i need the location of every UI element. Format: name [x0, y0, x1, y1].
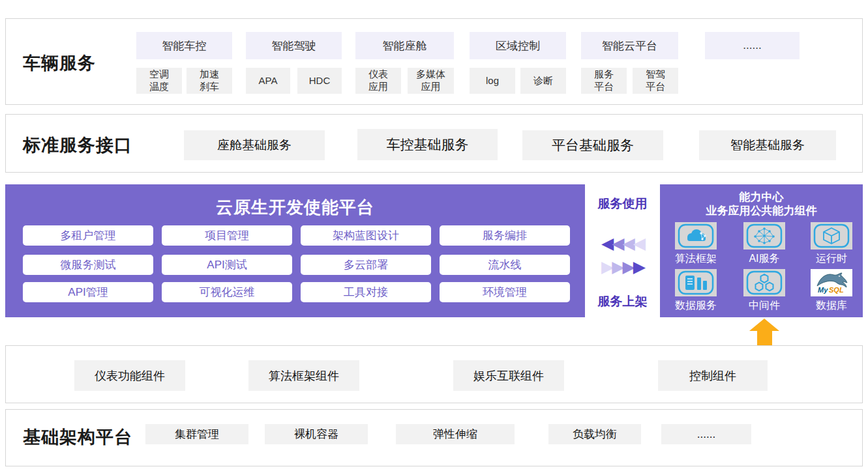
platform-btn-blueprint-design: 架构蓝图设计: [301, 225, 431, 246]
component-item-entertainment: 娱乐互联组件: [453, 360, 564, 391]
platform-btn-project-mgmt: 项目管理: [162, 225, 292, 246]
up-arrow-icon: [749, 319, 779, 331]
infrastructure-section: 基础架构平台 集群管理 裸机容器 弹性伸缩 负载均衡 ......: [5, 409, 863, 466]
sub-item-ac-temp: 空调 温度: [136, 68, 182, 94]
group-header-smart-vehicle-control: 智能车控: [136, 32, 232, 59]
platform-btn-microservice-test: 微服务测试: [23, 255, 153, 275]
sub-item-accel-brake: 加速 刹车: [187, 68, 232, 94]
service-publish-arrows: ▶▶▶▶: [585, 258, 660, 275]
platform-btn-multi-tenant: 多租户管理: [23, 225, 153, 246]
capability-label-middleware: 中间件: [730, 299, 798, 313]
platform-btn-env-mgmt: 环境管理: [440, 282, 570, 302]
group-header-zone-control: 区域控制: [470, 32, 566, 59]
vehicle-services-title: 车辆服务: [23, 51, 96, 75]
capability-center-title-line2: 业务应用公共能力组件: [660, 203, 863, 218]
standard-interface-section: 标准服务接口 座舱基础服务 车控基础服务 平台基础服务 智能基础服务: [5, 114, 863, 173]
sub-item-multimedia-app: 多媒体 应用: [408, 68, 454, 94]
architecture-diagram: 车辆服务 智能车控 空调 温度 加速 刹车 智能驾驶 APA HDC 智能座舱 …: [0, 0, 868, 471]
infra-item-cluster-mgmt: 集群管理: [145, 424, 248, 444]
data-service-icon: [675, 269, 717, 296]
group-header-smart-driving: 智能驾驶: [246, 32, 342, 59]
algorithm-framework-icon: [675, 222, 717, 250]
cloud-native-platform-title: 云原生开发使能平台: [5, 196, 585, 219]
runtime-icon: [811, 222, 852, 250]
group-header-smart-cockpit: 智能座舱: [355, 32, 454, 59]
sub-item-hdc: HDC: [297, 68, 342, 94]
standard-interface-title: 标准服务接口: [23, 134, 132, 157]
infrastructure-title: 基础架构平台: [23, 425, 132, 449]
right-arrow-icon: ▶: [612, 257, 622, 276]
capability-label-data-service: 数据服务: [662, 299, 730, 313]
right-arrow-icon: ▶: [601, 257, 612, 276]
mysql-logo-text-sql: SQL: [829, 286, 844, 294]
infra-item-load-balancing: 负载均衡: [548, 424, 641, 444]
sub-item-instrument-app: 仪表 应用: [355, 68, 401, 94]
right-arrow-icon: ▶: [623, 257, 633, 276]
mysql-logo-text-my: My: [818, 286, 828, 294]
component-item-control: 控制组件: [658, 360, 768, 391]
infra-item-baremetal-container: 裸机容器: [265, 424, 368, 444]
right-arrow-icon: ▶: [633, 257, 644, 276]
left-arrow-icon: ◀: [633, 234, 644, 252]
component-item-algorithm-framework: 算法框架组件: [248, 360, 359, 391]
interface-item-cockpit-basic: 座舱基础服务: [184, 130, 325, 160]
up-arrow-shaft: [757, 330, 772, 345]
group-header-smart-cloud-platform: 智能云平台: [581, 32, 678, 59]
sub-item-smart-drive-platform: 智驾 平台: [633, 68, 678, 94]
sub-item-log: log: [470, 68, 515, 94]
sub-item-apa: APA: [246, 68, 290, 94]
left-arrow-icon: ◀: [601, 234, 612, 252]
platform-btn-api-test: API测试: [162, 255, 292, 275]
components-section: 仪表功能组件 算法框架组件 娱乐互联组件 控制组件: [5, 345, 863, 403]
service-use-arrows: ◀◀◀◀: [585, 235, 660, 251]
platform-btn-service-orchestration: 服务编排: [440, 225, 570, 246]
capability-label-algorithm-framework: 算法框架: [662, 252, 730, 266]
infra-item-elastic-scaling: 弹性伸缩: [396, 424, 515, 444]
component-item-instrument: 仪表功能组件: [74, 360, 185, 391]
platform-btn-api-mgmt: API管理: [23, 282, 153, 302]
mysql-database-icon: My SQL: [811, 269, 852, 296]
capability-label-database: 数据库: [798, 299, 865, 313]
platform-btn-visual-ops: 可视化运维: [162, 282, 292, 302]
group-header-ellipsis: ......: [705, 32, 800, 59]
service-publish-label: 服务上架: [585, 293, 660, 310]
capability-center-title-line1: 能力中心: [660, 190, 863, 205]
service-use-label: 服务使用: [585, 195, 660, 212]
capability-label-runtime: 运行时: [798, 252, 865, 266]
middleware-icon: [743, 269, 785, 296]
platform-btn-tool-integration: 工具对接: [301, 282, 431, 302]
platform-btn-multicloud-deploy: 多云部署: [301, 255, 431, 275]
capability-label-ai-service: AI服务: [730, 252, 798, 266]
platform-btn-pipeline: 流水线: [440, 255, 570, 275]
infra-item-ellipsis: ......: [661, 424, 751, 444]
left-arrow-icon: ◀: [612, 234, 622, 252]
interface-item-intelligent-basic: 智能基础服务: [699, 130, 836, 160]
interface-item-vehicle-control-basic: 车控基础服务: [357, 129, 498, 160]
ai-service-icon: [743, 222, 785, 250]
sub-item-diagnosis: 诊断: [520, 68, 566, 94]
left-arrow-icon: ◀: [623, 234, 633, 252]
cloud-native-platform-panel: 云原生开发使能平台 多租户管理 项目管理 架构蓝图设计 服务编排 微服务测试 A…: [5, 184, 585, 317]
interface-item-platform-basic: 平台基础服务: [522, 130, 663, 160]
vehicle-services-section: 车辆服务 智能车控 空调 温度 加速 刹车 智能驾驶 APA HDC 智能座舱 …: [5, 18, 863, 105]
capability-center-panel: 能力中心 业务应用公共能力组件: [660, 184, 863, 317]
sub-item-service-platform: 服务 平台: [581, 68, 627, 94]
